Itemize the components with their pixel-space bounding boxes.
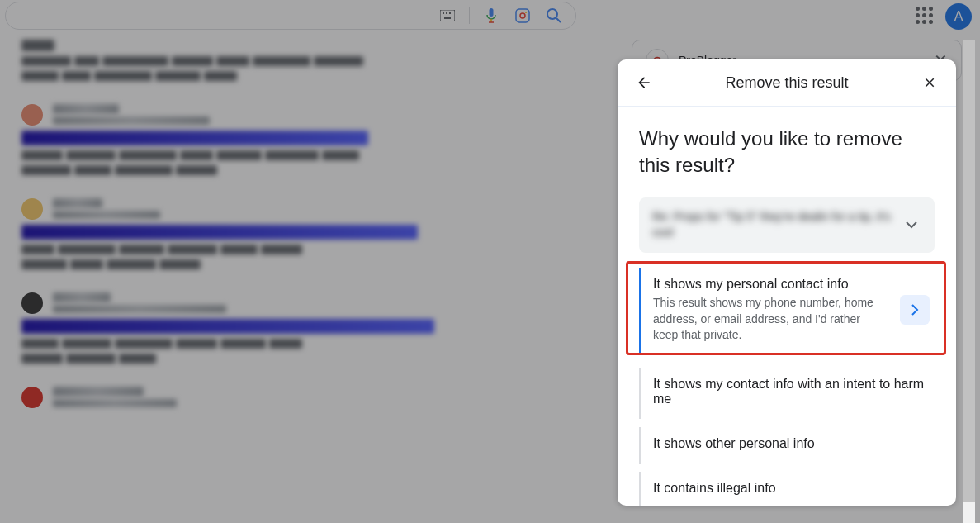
remove-result-modal: Remove this result Why would you like to…	[618, 59, 956, 506]
modal-body: Why would you like to remove this result…	[618, 107, 956, 506]
option-intent-to-harm[interactable]: It shows my contact info with an intent …	[639, 368, 935, 419]
option-title: It contains illegal info	[653, 481, 935, 496]
option-title: It shows my contact info with an intent …	[653, 377, 935, 407]
modal-question: Why would you like to remove this result…	[639, 126, 935, 179]
back-button[interactable]	[634, 73, 654, 93]
option-title: It shows other personal info	[653, 436, 935, 451]
scrollbar[interactable]	[963, 40, 975, 523]
scrollbar-thumb[interactable]	[963, 40, 975, 502]
close-button[interactable]	[920, 73, 940, 93]
chevron-down-icon[interactable]	[902, 215, 921, 235]
modal-header: Remove this result	[618, 59, 956, 106]
option-personal-contact-info[interactable]: It shows my personal contact info This r…	[639, 268, 935, 353]
chevron-right-icon[interactable]	[900, 295, 930, 325]
option-other-personal-info[interactable]: It shows other personal info	[639, 427, 935, 464]
result-preview-text: Re: Props for "Tip 5" they're dealin for…	[652, 209, 892, 241]
option-title: It shows my personal contact info	[653, 277, 935, 292]
option-container: It shows my personal contact info This r…	[639, 268, 935, 353]
option-illegal-info[interactable]: It contains illegal info	[639, 472, 935, 506]
option-desc: This result shows my phone number, home …	[653, 295, 884, 344]
result-preview-chip[interactable]: Re: Props for "Tip 5" they're dealin for…	[639, 197, 935, 253]
modal-title: Remove this result	[654, 74, 920, 92]
